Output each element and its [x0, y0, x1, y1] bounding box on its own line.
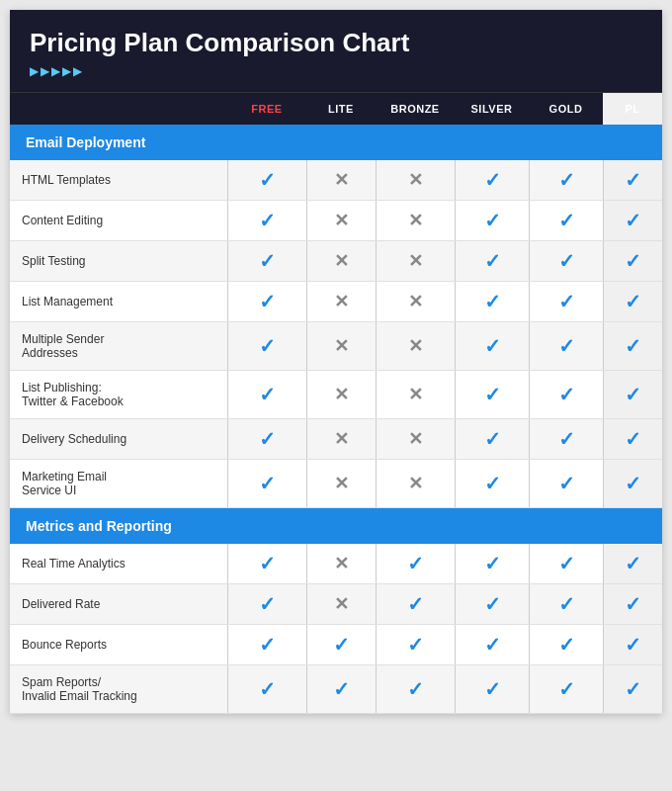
cell-free: ✓ [227, 665, 306, 713]
cell-gold: ✓ [529, 160, 603, 200]
cell-lite: ✕ [306, 282, 376, 321]
check-icon: ✓ [558, 552, 575, 575]
check-icon: ✓ [625, 592, 641, 616]
cell-bronze: ✕ [376, 241, 455, 281]
cell-silver: ✓ [455, 282, 529, 321]
cross-icon: ✕ [408, 291, 423, 312]
cell-lite: ✕ [306, 160, 376, 200]
cell-bronze: ✕ [376, 371, 455, 418]
table-row: Delivery Scheduling✓✕✕✓✓✓ [10, 419, 662, 460]
check-icon: ✓ [625, 633, 641, 657]
check-icon: ✓ [484, 168, 501, 192]
table-row: Real Time Analytics✓✕✓✓✓✓ [10, 544, 662, 584]
cross-icon: ✕ [408, 210, 423, 231]
table-row: Marketing Email Service UI✓✕✕✓✓✓ [10, 460, 662, 508]
cell-gold: ✓ [529, 282, 603, 321]
check-icon: ✓ [484, 677, 501, 701]
feature-name: List Publishing: Twitter & Facebook [10, 371, 227, 418]
feature-name: Content Editing [10, 201, 227, 240]
check-icon: ✓ [625, 249, 641, 273]
check-icon: ✓ [407, 552, 424, 575]
col-pl: PL [603, 93, 662, 125]
header-arrows: ▶▶▶▶▶ [30, 64, 642, 78]
table-row: Spam Reports/ Invalid Email Tracking✓✓✓✓… [10, 665, 662, 714]
feature-name: Real Time Analytics [10, 544, 227, 583]
cell-lite: ✕ [306, 241, 376, 281]
cell-lite: ✕ [306, 544, 376, 583]
check-icon: ✓ [484, 592, 501, 616]
cell-gold: ✓ [529, 584, 603, 624]
check-icon: ✓ [625, 677, 641, 701]
cell-bronze: ✕ [376, 322, 455, 370]
cell-gold: ✓ [529, 201, 603, 240]
cross-icon: ✕ [408, 428, 423, 450]
cell-bronze: ✕ [376, 201, 455, 240]
cell-gold: ✓ [529, 460, 603, 507]
chart-header: Pricing Plan Comparison Chart ▶▶▶▶▶ [10, 10, 662, 92]
feature-name: Bounce Reports [10, 625, 227, 664]
table-row: HTML Templates✓✕✕✓✓✓ [10, 160, 662, 201]
cross-icon: ✕ [334, 210, 349, 231]
cell-silver: ✓ [455, 460, 529, 507]
cell-bronze: ✕ [376, 160, 455, 200]
table-row: Multiple Sender Addresses✓✕✕✓✓✓ [10, 322, 662, 371]
check-icon: ✓ [484, 472, 501, 495]
check-icon: ✓ [558, 168, 575, 192]
chart-title: Pricing Plan Comparison Chart [30, 28, 642, 58]
check-icon: ✓ [625, 552, 641, 575]
cell-pl: ✓ [603, 544, 662, 583]
cell-free: ✓ [227, 419, 306, 459]
cell-free: ✓ [227, 322, 306, 370]
check-icon: ✓ [484, 383, 501, 406]
table-row: List Management✓✕✕✓✓✓ [10, 282, 662, 322]
check-icon: ✓ [484, 334, 501, 358]
check-icon: ✓ [625, 427, 641, 451]
check-icon: ✓ [558, 334, 575, 358]
feature-name: Spam Reports/ Invalid Email Tracking [10, 665, 227, 713]
cell-pl: ✓ [603, 625, 662, 664]
cross-icon: ✕ [408, 335, 423, 357]
check-icon: ✓ [484, 249, 501, 273]
cross-icon: ✕ [408, 169, 423, 191]
check-icon: ✓ [625, 290, 641, 313]
check-icon: ✓ [407, 677, 424, 701]
col-lite: LITE [306, 93, 376, 125]
check-icon: ✓ [259, 472, 276, 495]
cell-free: ✓ [227, 241, 306, 281]
cell-lite: ✕ [306, 201, 376, 240]
feature-name: List Management [10, 282, 227, 321]
cell-silver: ✓ [455, 201, 529, 240]
section-header-0: Email Deployment [10, 125, 662, 160]
table-row: Content Editing✓✕✕✓✓✓ [10, 201, 662, 241]
cell-bronze: ✓ [376, 665, 455, 713]
check-icon: ✓ [625, 472, 641, 495]
check-icon: ✓ [625, 168, 641, 192]
section-header-1: Metrics and Reporting [10, 508, 662, 544]
col-silver: SILVER [455, 93, 529, 125]
check-icon: ✓ [625, 383, 641, 406]
cross-icon: ✕ [334, 593, 349, 615]
cell-gold: ✓ [529, 322, 603, 370]
cell-lite: ✕ [306, 322, 376, 370]
cell-free: ✓ [227, 625, 306, 664]
cell-gold: ✓ [529, 544, 603, 583]
cell-pl: ✓ [603, 322, 662, 370]
check-icon: ✓ [407, 633, 424, 657]
column-headers: FREE LITE BRONZE SILVER GOLD PL [10, 92, 662, 125]
cell-bronze: ✓ [376, 625, 455, 664]
cell-lite: ✓ [306, 665, 376, 713]
cell-bronze: ✓ [376, 584, 455, 624]
cell-pl: ✓ [603, 282, 662, 321]
check-icon: ✓ [259, 633, 276, 657]
check-icon: ✓ [259, 383, 276, 406]
cell-silver: ✓ [455, 160, 529, 200]
cell-bronze: ✕ [376, 460, 455, 507]
cell-free: ✓ [227, 282, 306, 321]
table-row: Split Testing✓✕✕✓✓✓ [10, 241, 662, 282]
col-gold: GOLD [529, 93, 603, 125]
check-icon: ✓ [484, 427, 501, 451]
check-icon: ✓ [558, 209, 575, 232]
cell-silver: ✓ [455, 544, 529, 583]
cell-pl: ✓ [603, 419, 662, 459]
cross-icon: ✕ [408, 473, 423, 494]
